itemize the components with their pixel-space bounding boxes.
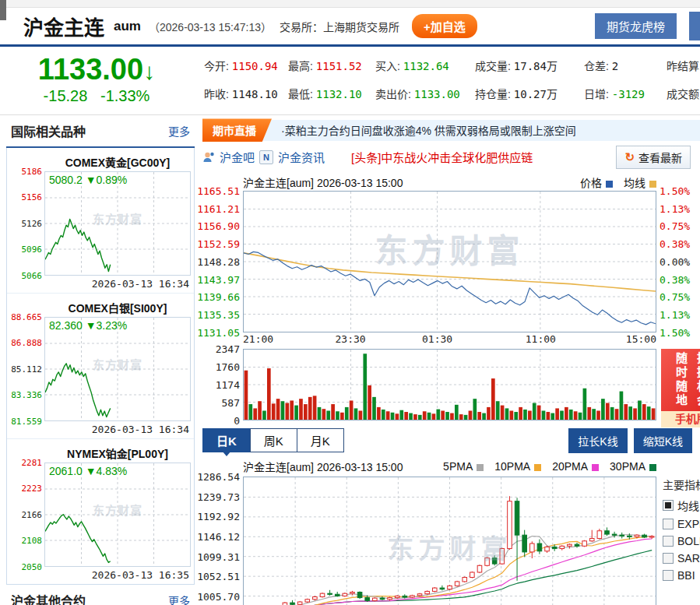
body: 国际相关品种 更多 COMEX黄金[GC00Y] 518651565126509… — [0, 115, 700, 605]
checkbox-icon[interactable] — [663, 519, 674, 529]
axis-label: 2166 — [22, 509, 43, 519]
top-left-notch — [0, 0, 6, 20]
axis-label: 85.112 — [11, 364, 42, 374]
live-ribbon[interactable]: 期市直播 — [202, 118, 272, 142]
ma10-legend-swatch — [534, 464, 541, 471]
links-row: 沪金吧 N 沪金资讯 [头条]中东战火冲击全球化肥供应链 ↻ 查看最新 — [202, 146, 700, 169]
axis-label: 1148.28 — [197, 255, 240, 267]
down-triangle-icon: ▼ — [86, 465, 97, 477]
stat-open: 今开: 1150.94 — [204, 58, 288, 73]
sidebar: 国际相关品种 更多 COMEX黄金[GC00Y] 518651565126509… — [0, 115, 195, 605]
view-latest-button[interactable]: ↻ 查看最新 — [616, 146, 691, 169]
dragon-tiger-button[interactable]: 期货龙虎榜 — [595, 13, 677, 39]
checkbox-icon[interactable] — [663, 536, 674, 547]
axis-label: 1192.92 — [197, 511, 240, 522]
stat-prev-close: 昨收: 1148.10 — [204, 86, 288, 101]
axis-label: 1286.54 — [197, 470, 240, 482]
axis-label: 23:30 — [335, 333, 365, 345]
price-legend-swatch — [606, 181, 613, 188]
stat-daily-increase: 日增: -3129 — [584, 86, 667, 101]
kline-chart-title: 沪金主连[aum] 2026-03-13 15:00 — [243, 459, 403, 474]
mini-y-axis: 51865156512650965066 — [10, 171, 44, 276]
gold-news-link[interactable]: 沪金资讯 — [278, 149, 325, 165]
intraday-y-axis-left: 1165.511161.211156.901152.591148.281143.… — [202, 191, 243, 332]
mini-y-axis: 22812223216621082050 — [10, 463, 44, 567]
indicator-boll[interactable]: BOLL — [663, 535, 700, 547]
stat-prev-settle: 昨结算: 1148.28 — [667, 58, 700, 73]
mini-chart-nymex-platinum[interactable]: NYMEX铂金[PL00Y] 22812223216621082050 2061… — [7, 438, 194, 584]
axis-label: 0.38% — [660, 238, 690, 250]
axis-label: 83.336 — [11, 390, 42, 400]
mini-plot: 82.360 ▼3.23% 东方财富 — [44, 317, 191, 421]
headline-news-link[interactable]: [头条]中东战火冲击全球化肥供应链 — [351, 149, 533, 165]
axis-label: 1146.12 — [197, 531, 240, 543]
indicator-ma[interactable]: 均线 — [663, 498, 700, 513]
axis-label: 1239.73 — [197, 491, 240, 502]
contract-title: 沪金主连 — [23, 12, 104, 40]
checkbox-icon[interactable] — [663, 570, 674, 581]
person-icon — [202, 151, 215, 164]
checkbox-icon[interactable] — [663, 553, 674, 564]
ma20-legend-swatch — [592, 464, 599, 471]
quote-timestamp: （2026-03-13 15:47:13） — [149, 19, 272, 34]
down-triangle-icon: ▼ — [86, 174, 97, 186]
live-headline-link[interactable]: ·菜粕主力合约日间盘收涨逾4% 供需双弱格局或限制上涨空间 — [281, 122, 576, 138]
axis-label: 1760 — [216, 361, 240, 372]
axis-label: 21:00 — [243, 333, 273, 345]
axis-label: 1143.97 — [197, 273, 240, 285]
axis-label: 1099.31 — [197, 550, 240, 562]
kline-title-row: 沪金主连[aum] 2026-03-13 15:00 5PMA 10PMA 20… — [243, 458, 656, 475]
axis-label: 88.665 — [11, 311, 42, 322]
tab-weekly-k[interactable]: 周K — [250, 428, 297, 452]
price-change: -15.28 — [44, 87, 88, 104]
axis-label: 01:30 — [422, 333, 452, 345]
intraday-y-axis-right: 1.50%1.13%0.75%0.38%0.00%0.38%0.75%1.13%… — [656, 191, 700, 332]
watermark: 东方财富 — [375, 223, 524, 271]
intraday-chart: 1165.511161.211156.901152.591148.281143.… — [202, 191, 700, 332]
axis-label: 1135.35 — [197, 309, 240, 321]
axis-label: 1165.51 — [197, 185, 240, 196]
axis-label: 81.559 — [11, 416, 42, 426]
last-price: 1133.00 — [38, 53, 143, 86]
kline-legend: 5PMA 10PMA 20PMA 30PMA — [443, 460, 656, 473]
exchange-link[interactable]: 交易所：上海期货交易所 — [280, 19, 399, 34]
sidebar-footer: 沪金其他合约 更多 — [6, 585, 195, 605]
main-panel: 期市直播 ·菜粕主力合约日间盘收涨逾4% 供需双弱格局或限制上涨空间 沪金吧 N… — [195, 115, 700, 605]
mobile-app-ad-banner[interactable]: 随时随地 把握机会 手机版 — [661, 349, 700, 420]
watermark: 东方财富 — [93, 210, 142, 227]
indicator-sar[interactable]: SAR — [663, 552, 700, 565]
indicator-expma[interactable]: EXPMA — [663, 518, 700, 530]
ma5-legend-swatch — [477, 464, 484, 471]
live-news-bar: 期市直播 ·菜粕主力合约日间盘收涨逾4% 供需双弱格局或限制上涨空间 — [202, 120, 700, 141]
clipped-header-button[interactable] — [689, 12, 700, 40]
checkbox-checked-icon[interactable] — [663, 500, 674, 511]
axis-label: 86.888 — [11, 338, 42, 348]
tab-daily-k[interactable]: 日K — [202, 428, 251, 452]
mini-plot: 5080.2 ▼0.89% 东方财富 — [44, 171, 191, 276]
mini-chart-title: COMEX黄金[GC00Y] — [44, 154, 191, 170]
indicator-bbi[interactable]: BBI — [663, 569, 700, 582]
intraday-legend: 价格 均线 — [580, 174, 656, 190]
intraday-chart-title: 沪金主连[aum] 2026-03-13 15:00 — [243, 174, 403, 190]
contract-code: aum — [114, 19, 141, 34]
gold-forum-link[interactable]: 沪金吧 — [220, 149, 255, 165]
sidebar-more-link[interactable]: 更多 — [168, 123, 190, 139]
stat-low: 最低: 1132.10 — [288, 86, 375, 101]
price-change-pct: -1.33% — [100, 87, 149, 104]
indicator-column: 主要指标 均线 EXPMA BOLL SAR BBI — [656, 477, 700, 605]
ad-main: 随时随地 把握机会 — [661, 349, 700, 411]
news-n-icon: N — [259, 150, 273, 164]
axis-label: 1131.05 — [197, 326, 240, 338]
tab-monthly-k[interactable]: 月K — [297, 428, 344, 452]
shrink-kline-button[interactable]: 缩短K线 — [634, 428, 692, 453]
ma30-legend-swatch — [649, 464, 656, 471]
other-contracts-more-link[interactable]: 更多 — [168, 593, 190, 605]
stretch-kline-button[interactable]: 拉长K线 — [568, 428, 627, 453]
kline-tabs-row: 日K 周K 月K 拉长K线 缩短K线 — [202, 428, 700, 453]
mini-chart-comex-gold[interactable]: COMEX黄金[GC00Y] 51865156512650965066 5080… — [7, 148, 194, 293]
mini-chart-comex-silver[interactable]: COMEX白银[SI00Y] 88.66586.88885.11283.3368… — [7, 293, 194, 438]
add-watchlist-button[interactable]: +加自选 — [412, 14, 477, 38]
mini-y-axis: 88.66586.88885.11283.33681.559 — [10, 317, 44, 421]
quote-summary: 1133.00↓ -15.28 -1.33% 今开: 1150.94 最高: 1… — [0, 47, 700, 115]
axis-label: 1052.51 — [197, 571, 240, 582]
